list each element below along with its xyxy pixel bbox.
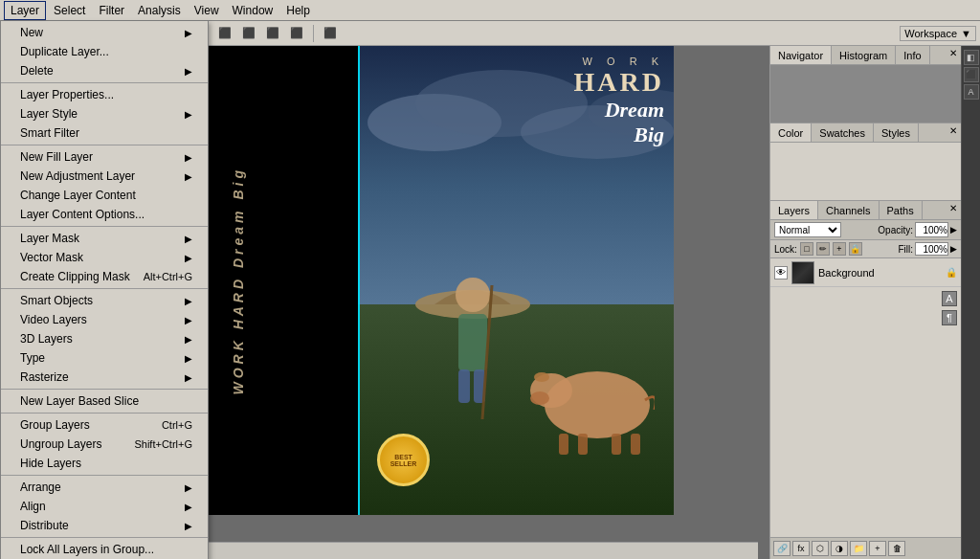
paragraph-tool-btn[interactable]: ¶	[942, 310, 957, 325]
color-close[interactable]: ✕	[946, 123, 961, 142]
toolbar-btn-10[interactable]: ⬛	[238, 24, 259, 43]
svg-rect-17	[631, 434, 640, 455]
nav-close[interactable]: ✕	[946, 46, 961, 64]
delete-layer-btn[interactable]: 🗑	[888, 541, 905, 556]
workspace-label: Workspace	[904, 28, 957, 39]
svg-rect-5	[458, 314, 487, 371]
svg-point-13	[530, 391, 549, 405]
lock-position-btn[interactable]: ✏	[816, 242, 830, 256]
menu-3d-layers[interactable]: 3D Layers ▶	[1, 329, 208, 348]
menu-section-7: Group Layers Ctrl+G Ungroup Layers Shift…	[1, 414, 208, 476]
type-tool-btn[interactable]: A	[942, 291, 957, 306]
menu-section-8: Arrange ▶ Align ▶ Distribute ▶	[1, 476, 208, 538]
lock-all-btn[interactable]: 🔒	[849, 242, 862, 256]
toolbar-btn-12[interactable]: ⬛	[286, 24, 307, 43]
tab-navigator[interactable]: Navigator	[770, 46, 832, 64]
tab-info[interactable]: Info	[896, 46, 929, 64]
menu-layer-content-options[interactable]: Layer Content Options...	[1, 205, 208, 224]
menu-layer-style[interactable]: Layer Style ▶	[1, 104, 208, 123]
menu-layer-properties[interactable]: Layer Properties...	[1, 85, 208, 104]
menu-create-clipping-mask[interactable]: Create Clipping Mask Alt+Ctrl+G	[1, 267, 208, 286]
spine-text: WORK HARD Dream Big	[231, 167, 246, 395]
so-arrow: ▶	[185, 296, 192, 306]
menu-section-3: New Fill Layer ▶ New Adjustment Layer ▶ …	[1, 145, 208, 227]
menu-section-9: Lock All Layers in Group...	[1, 538, 208, 559]
menu-new-adjustment-layer[interactable]: New Adjustment Layer ▶	[1, 167, 208, 186]
menu-align[interactable]: Align ▶	[1, 497, 208, 516]
tab-swatches[interactable]: Swatches	[812, 123, 874, 142]
svg-point-6	[456, 278, 490, 312]
add-style-btn[interactable]: fx	[792, 541, 810, 556]
blend-mode-select[interactable]: Normal Multiply Screen	[774, 222, 841, 237]
menu-delete[interactable]: Delete ▶	[1, 61, 208, 80]
new-group-btn[interactable]: 📁	[850, 541, 867, 556]
fill-label: Fill:	[898, 244, 913, 255]
lock-move-btn[interactable]: +	[833, 242, 846, 256]
align-arrow: ▶	[185, 502, 192, 512]
add-mask-btn[interactable]: ⬡	[812, 541, 829, 556]
menu-smart-objects[interactable]: Smart Objects ▶	[1, 291, 208, 310]
menu-layer-mask[interactable]: Layer Mask ▶	[1, 229, 208, 248]
menu-analysis[interactable]: Analysis	[132, 2, 187, 19]
tab-styles[interactable]: Styles	[874, 123, 919, 142]
menu-change-layer-content[interactable]: Change Layer Content	[1, 186, 208, 205]
menu-group-layers[interactable]: Group Layers Ctrl+G	[1, 415, 208, 435]
layers-close[interactable]: ✕	[946, 201, 961, 219]
title-work: W O R K	[574, 56, 664, 67]
menu-help[interactable]: Help	[280, 2, 316, 19]
menu-lock-all-layers[interactable]: Lock All Layers in Group...	[1, 540, 208, 559]
menu-ungroup-layers[interactable]: Ungroup Layers Shift+Ctrl+G	[1, 435, 208, 454]
menu-duplicate-layer[interactable]: Duplicate Layer...	[1, 42, 208, 61]
tab-histogram[interactable]: Histogram	[832, 46, 896, 64]
color-tabs: Color Swatches Styles ✕	[770, 123, 961, 143]
far-right-btn-2[interactable]: ⬛	[964, 67, 979, 82]
new-adjustment-btn[interactable]: ◑	[831, 541, 848, 556]
menu-smart-filter[interactable]: Smart Filter	[1, 123, 208, 143]
vm-arrow: ▶	[185, 253, 192, 263]
menu-window[interactable]: Window	[227, 2, 279, 19]
menu-distribute[interactable]: Distribute ▶	[1, 516, 208, 535]
menu-section-1: New ▶ Duplicate Layer... Delete ▶	[1, 21, 208, 83]
lock-label: Lock:	[774, 244, 797, 255]
menu-vector-mask[interactable]: Vector Mask ▶	[1, 248, 208, 267]
tab-color[interactable]: Color	[770, 123, 812, 142]
toolbar-sep-3	[313, 25, 314, 42]
fill-input[interactable]	[915, 242, 948, 256]
opacity-arrow[interactable]: ▶	[950, 225, 957, 235]
menu-new-layer-based-slice[interactable]: New Layer Based Slice	[1, 391, 208, 411]
layers-tools-side: A ¶	[770, 287, 961, 537]
menu-new-fill-layer[interactable]: New Fill Layer ▶	[1, 147, 208, 167]
lock-pixels-btn[interactable]: □	[800, 242, 813, 256]
toolbar-btn-9[interactable]: ⬛	[214, 24, 235, 43]
tab-paths[interactable]: Paths	[880, 201, 923, 219]
new-layer-btn[interactable]: +	[869, 541, 886, 556]
cover-title: W O R K HARD Dream Big	[574, 56, 664, 147]
layer-background[interactable]: 👁 Background 🔒	[770, 258, 961, 287]
menu-video-layers[interactable]: Video Layers ▶	[1, 310, 208, 329]
menu-layer[interactable]: Layer	[4, 1, 46, 20]
rast-arrow: ▶	[185, 372, 192, 383]
fill-arrow[interactable]: ▶	[950, 244, 957, 254]
new-arrow: ▶	[185, 28, 192, 38]
navigator-content	[770, 65, 961, 123]
menu-new[interactable]: New ▶	[1, 23, 208, 42]
tab-layers[interactable]: Layers	[770, 201, 818, 219]
toolbar-btn-11[interactable]: ⬛	[262, 24, 283, 43]
layer-eye-background[interactable]: 👁	[774, 266, 788, 280]
menu-filter[interactable]: Filter	[93, 2, 130, 19]
menu-section-2: Layer Properties... Layer Style ▶ Smart …	[1, 83, 208, 145]
workspace-arrow: ▼	[961, 28, 971, 39]
far-right-btn-3[interactable]: A	[964, 84, 979, 100]
link-layers-btn[interactable]: 🔗	[773, 541, 791, 556]
menu-select[interactable]: Select	[48, 2, 91, 19]
menu-arrange[interactable]: Arrange ▶	[1, 478, 208, 497]
workspace-dropdown[interactable]: Workspace ▼	[900, 26, 976, 41]
opacity-input[interactable]	[915, 222, 948, 237]
menu-view[interactable]: View	[189, 2, 225, 19]
toolbar-btn-13[interactable]: ⬛	[320, 24, 341, 43]
menu-type[interactable]: Type ▶	[1, 348, 208, 368]
tab-channels[interactable]: Channels	[818, 201, 879, 219]
menu-rasterize[interactable]: Rasterize ▶	[1, 368, 208, 387]
menu-hide-layers[interactable]: Hide Layers	[1, 454, 208, 473]
far-right-btn-1[interactable]: ◧	[964, 50, 979, 65]
